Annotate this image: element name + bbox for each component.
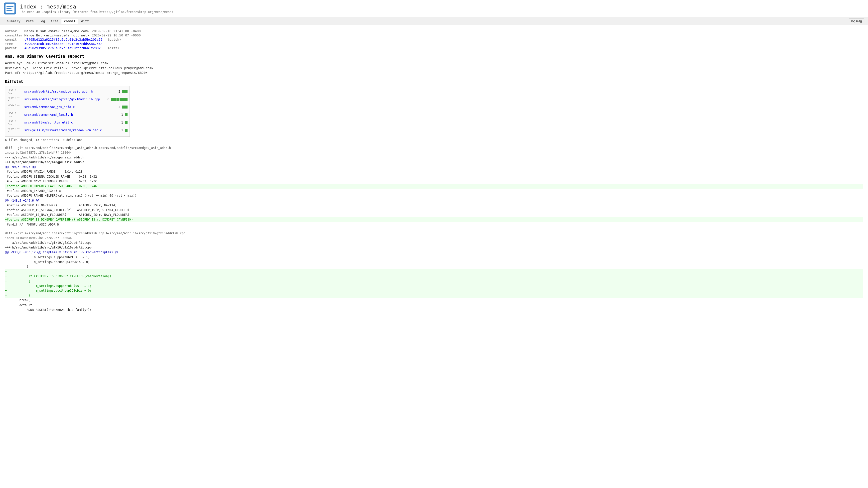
diff-context-line: #define AMDGPU_RANGE_HELPER(val, min, ma… <box>5 193 863 198</box>
nav-diff[interactable]: diff <box>79 18 92 24</box>
svg-rect-3 <box>6 8 11 9</box>
diffstat-row: -rw-r--r--src/amd/common/ac_gpu_info.c2 <box>7 103 127 110</box>
committer-label: committer <box>5 33 23 37</box>
nav-refs[interactable]: refs <box>23 18 36 24</box>
diffstat-add-segment <box>122 90 125 93</box>
parent-hash-value: 40a50e939851c7b1a3c7d3fe92bf7706a1f28025… <box>25 46 119 50</box>
diffstat-row: -rw-r--r--src/amd/llvm/ac_llvm_util.c1 <box>7 119 127 126</box>
diff-context-line: m_settings.supportRbPlus = 1; <box>5 255 863 260</box>
diff-context-line: m_settings.dccUnsup3DSwDis = 0; <box>5 260 863 264</box>
diff-hunk-header: @@ -148,5 +149,6 @@ <box>5 198 863 203</box>
diff-added-line: +#define AMDGPU_DIMGREY_CAVEFISH_RANGE 0… <box>5 184 863 189</box>
diff-added-line: + <box>5 269 863 274</box>
diff-file-a-line: --- a/src/amd/addrlib/src/gfx10/gfx10add… <box>5 240 863 245</box>
author-value: Marek Olšák <marek.olsak@amd.com> 2019-0… <box>25 29 141 33</box>
parent-label: parent <box>5 46 23 50</box>
diffstat-perms: -rw-r--r-- <box>7 111 22 118</box>
diffstat-file-link[interactable]: src/gallium/drivers/radeon/radeon_vcn_de… <box>24 129 116 132</box>
diffstat-perms: -rw-r--r-- <box>7 103 22 110</box>
diffstat-file-link[interactable]: src/amd/common/ac_gpu_info.c <box>24 105 113 109</box>
diff-added-line: + if (ASICREV_IS_DIMGREY_CAVEFISH(chipRe… <box>5 274 863 279</box>
diffstat-perms: -rw-r--r-- <box>7 88 22 95</box>
diffstat-add-segment <box>117 98 119 101</box>
diffstat-file-link[interactable]: src/amd/llvm/ac_llvm_util.c <box>24 121 116 124</box>
diff-file-b-line: +++ b/src/amd/addrlib/src/amdgpu_asic_ad… <box>5 160 863 165</box>
diffstat-row: -rw-r--r--src/gallium/drivers/radeon/rad… <box>7 127 127 134</box>
diff-file-b-line: +++ b/src/amd/addrlib/src/gfx10/gfx10add… <box>5 245 863 250</box>
diff-section: diff --git a/src/amd/addrlib/src/amdgpu_… <box>5 146 863 312</box>
diff-added-line: + { <box>5 279 863 284</box>
diff-context-line: #define ASICREV_IS_NAVY_FLOUNDER(r) ASIC… <box>5 213 863 217</box>
diffstat-table: -rw-r--r--src/amd/addrlib/src/amdgpu_asi… <box>5 86 130 137</box>
commit-meta: author Marek Olšák <marek.olsak@amd.com>… <box>5 29 863 50</box>
tree-hash-link[interactable]: 39902e4c0b1cc75b640088091e167cdd5586756d <box>25 42 102 46</box>
diff-context-line: #define AMDGPU_NAVY_FLOUNDER_RANGE 0x32,… <box>5 179 863 184</box>
diffstat-bar <box>111 98 127 101</box>
committer-value: Marge Bot <eric+marge@anholt.net> 2020-0… <box>25 33 141 37</box>
diff-context-line: #define AMDGPU_SIENNA_CICHLID_RANGE 0x28… <box>5 174 863 179</box>
diff-context-line: default: <box>5 303 863 307</box>
diffstat-add-segment <box>125 129 127 132</box>
diffstat-bar <box>122 105 127 108</box>
diff-context-line: } <box>5 264 863 269</box>
svg-rect-4 <box>6 10 12 11</box>
diff-header-line: diff --git a/src/amd/addrlib/src/amdgpu_… <box>5 146 863 151</box>
nav-commit[interactable]: commit <box>61 18 79 24</box>
diff-added-line: +#define ASICREV_IS_DIMGREY_CAVEFISH(r) … <box>5 217 863 222</box>
diffstat-bar <box>122 90 127 93</box>
diffstat-add-segment <box>125 105 127 108</box>
nav-tree[interactable]: tree <box>48 18 61 24</box>
diffstat-perms: -rw-r--r-- <box>7 96 22 103</box>
diffstat-title: Diffstat <box>5 79 863 84</box>
page-subtitle: The Mesa 3D Graphics Library (mirrored f… <box>20 10 173 14</box>
commit-hash-value: d7495bd123a6215f85a5b9a01e2c3ab5bc203c53… <box>25 38 121 41</box>
diffstat-add-segment <box>122 98 125 101</box>
diffstat-perms: -rw-r--r-- <box>7 119 22 126</box>
diffstat-row: -rw-r--r--src/amd/addrlib/src/amdgpu_asi… <box>7 88 127 95</box>
diffstat-count: 2 <box>115 105 120 109</box>
diffstat-add-segment <box>111 98 114 101</box>
diffstat-count: 1 <box>118 113 123 117</box>
nav-summary[interactable]: summary <box>4 18 23 24</box>
diffstat-row: -rw-r--r--src/amd/common/amd_family.h1 <box>7 111 127 118</box>
diffstat-bar <box>125 129 127 132</box>
parent-hash-link[interactable]: 40a50e939851c7b1a3c7d3fe92bf7706a1f28025 <box>25 46 102 50</box>
log-msg-button[interactable]: log msg <box>849 19 864 24</box>
diffstat-add-segment <box>125 113 127 116</box>
diff-context-line: break; <box>5 298 863 303</box>
diffstat-summary: 6 files changed, 13 insertions, 0 deleti… <box>5 138 863 142</box>
diffstat-bar <box>125 113 127 116</box>
tree-label: tree <box>5 42 23 46</box>
site-logo <box>4 2 16 14</box>
diff-header-line: diff --git a/src/amd/addrlib/src/gfx10/g… <box>5 231 863 236</box>
diff-context-line: #define AMDGPU_NAVI14_RANGE 0x14, 0x28 <box>5 169 863 174</box>
diffstat-add-segment <box>114 98 117 101</box>
diffstat-bar <box>125 121 127 124</box>
commit-title: amd: add Dimgrey Cavefish support <box>5 54 863 59</box>
tree-hash-value: 39902e4c0b1cc75b640088091e167cdd5586756d <box>25 42 102 46</box>
diff-hunk-header: @@ -99,6 +99,7 @@ <box>5 165 863 169</box>
diffstat-add-segment <box>125 98 127 101</box>
diff-context-line: #define ASICREV_IS_NAVI14(r) ASICREV_IS(… <box>5 203 863 208</box>
diff-index-line: index 8116c3b169c..bc12a2c79b7 100644 <box>5 236 863 240</box>
commit-message: amd: add Dimgrey Cavefish support Acked-… <box>5 54 863 75</box>
diffstat-perms: -rw-r--r-- <box>7 127 22 134</box>
diffstat-count: 1 <box>118 129 123 132</box>
diff-hunk-header: @@ -933,6 +933,12 @@ ChipFamily Gfx10Lib… <box>5 250 863 255</box>
commit-hash-link[interactable]: d7495bd123a6215f85a5b9a01e2c3ab5bc203c53 <box>25 38 102 41</box>
diffstat-file-link[interactable]: src/amd/addrlib/src/amdgpu_asic_addr.h <box>24 90 113 93</box>
diffstat-file-link[interactable]: src/amd/common/amd_family.h <box>24 113 116 117</box>
diffstat-count: 2 <box>115 90 120 93</box>
diffstat-file-link[interactable]: src/amd/addrlib/src/gfx10/gfx10addrlib.c… <box>24 98 102 101</box>
nav-bar: summary refs log tree commit diff <box>4 18 92 24</box>
diff-context-line: #endif // _AMDGPU_ASIC_ADDR_H <box>5 222 863 227</box>
diffstat-row: -rw-r--r--src/amd/addrlib/src/gfx10/gfx1… <box>7 96 127 103</box>
diffstat-add-segment <box>122 105 125 108</box>
diffstat-count: 6 <box>104 98 109 101</box>
nav-log[interactable]: log <box>36 18 48 24</box>
diff-index-line: index bef2ef78575..278c2a4d47f 100644 <box>5 151 863 155</box>
diffstat-add-segment <box>125 90 127 93</box>
diffstat-count: 1 <box>118 121 123 124</box>
author-label: author <box>5 29 23 33</box>
diff-context-line: #define AMDGPU_EXPAND_FIX(x) x <box>5 189 863 193</box>
